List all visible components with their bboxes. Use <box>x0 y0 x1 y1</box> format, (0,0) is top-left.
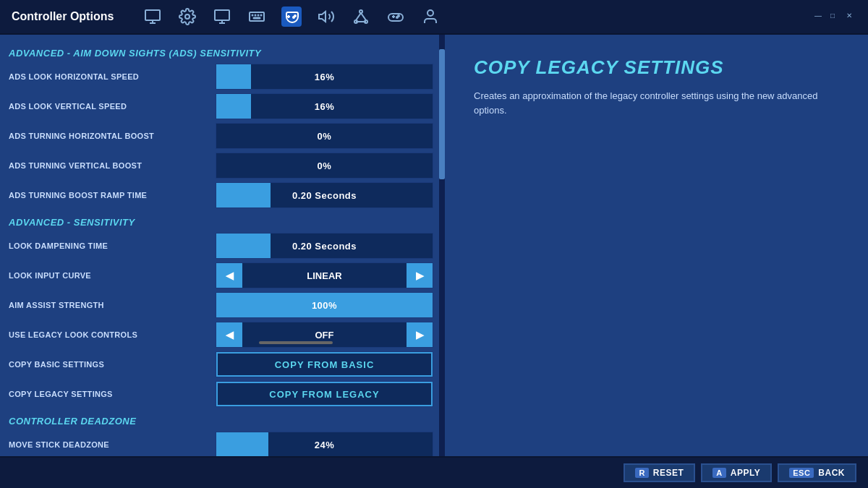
look-input-curve-prev[interactable]: ◀ <box>216 263 242 288</box>
settings-nav-icon[interactable] <box>177 7 197 27</box>
profile-nav-icon[interactable] <box>420 7 441 27</box>
svg-line-18 <box>361 13 366 20</box>
ads-turning-boost-ramp-row: ADS TURNING BOOST RAMP TIME 0.20 Seconds <box>6 181 439 209</box>
back-button[interactable]: ESC BACK <box>778 463 856 482</box>
svg-line-17 <box>356 13 361 20</box>
network-nav-icon[interactable] <box>351 7 371 27</box>
ads-horizontal-speed-row: ADS LOOK HORIZONTAL SPEED 16% <box>6 63 439 90</box>
aim-assist-strength-value: 100% <box>312 300 337 311</box>
move-stick-deadzone-control[interactable]: 24% <box>216 432 433 456</box>
use-legacy-look-indicator <box>259 341 333 344</box>
look-dampening-label: LOOK DAMPENING TIME <box>6 241 216 250</box>
deadzone-section: CONTROLLER DEADZONE MOVE STICK DEADZONE … <box>6 410 439 456</box>
ads-vertical-speed-control[interactable]: 16% <box>216 93 433 119</box>
ads-vertical-speed-label: ADS LOOK VERTICAL SPEED <box>6 102 216 111</box>
reset-button[interactable]: R RESET <box>624 463 695 482</box>
apply-label: APPLY <box>731 468 760 478</box>
look-input-curve-next[interactable]: ▶ <box>407 263 433 288</box>
svg-point-3 <box>185 14 190 19</box>
use-legacy-look-label: USE LEGACY LOOK CONTROLS <box>6 330 216 339</box>
back-label: BACK <box>818 468 845 478</box>
nav-icons <box>142 7 441 27</box>
keyboard-nav-icon[interactable] <box>247 7 267 27</box>
ads-turning-vertical-boost-row: ADS TURNING VERTICAL BOOST 0% <box>6 152 439 179</box>
move-stick-deadzone-value: 24% <box>315 440 335 450</box>
look-dampening-control[interactable]: 0.20 Seconds <box>216 233 433 259</box>
svg-rect-5 <box>250 12 264 21</box>
ads-turning-horizontal-boost-control[interactable]: 0% <box>216 123 433 149</box>
sensitivity-section: ADVANCED - SENSITIVITY LOOK DAMPENING TI… <box>6 211 439 408</box>
copy-legacy-row: COPY LEGACY SETTINGS COPY FROM LEGACY <box>6 380 439 408</box>
copy-basic-control: COPY FROM BASIC <box>216 351 433 377</box>
svg-rect-0 <box>145 10 160 20</box>
use-legacy-look-value: OFF <box>315 330 334 341</box>
use-legacy-look-prev[interactable]: ◀ <box>216 322 242 347</box>
scrollbar-track[interactable] <box>439 35 445 456</box>
copy-legacy-control: COPY FROM LEGACY <box>216 381 433 407</box>
right-panel: COPY LEGACY SETTINGS Creates an approxim… <box>445 35 868 456</box>
aim-assist-strength-row: AIM ASSIST STRENGTH 100% <box>6 291 439 319</box>
use-legacy-look-value-container: OFF <box>242 322 407 347</box>
right-panel-title: COPY LEGACY SETTINGS <box>474 56 846 79</box>
look-input-curve-arrow: ◀ LINEAR ▶ <box>216 263 433 288</box>
ads-horizontal-speed-fill <box>216 64 251 89</box>
ads-turning-horizontal-boost-label: ADS TURNING HORIZONTAL BOOST <box>6 132 216 140</box>
controller-nav-icon[interactable] <box>281 7 302 27</box>
move-stick-deadzone-row: MOVE STICK DEADZONE 24% <box>6 431 439 456</box>
ads-horizontal-speed-value: 16% <box>315 72 335 82</box>
monitor-nav-icon[interactable] <box>142 7 163 27</box>
settings-panel: ADVANCED - AIM DOWN SIGHTS (ADS) SENSITI… <box>0 35 439 456</box>
ads-sensitivity-section: ADVANCED - AIM DOWN SIGHTS (ADS) SENSITI… <box>6 42 439 209</box>
bottom-bar: R RESET A APPLY ESC BACK <box>0 456 868 488</box>
copy-legacy-button[interactable]: COPY FROM LEGACY <box>216 382 433 406</box>
ads-turning-vertical-boost-control[interactable]: 0% <box>216 153 433 179</box>
main-content: ADVANCED - AIM DOWN SIGHTS (ADS) SENSITI… <box>0 35 868 456</box>
ads-turning-boost-ramp-fill <box>216 183 271 207</box>
volume-nav-icon[interactable] <box>316 7 336 27</box>
look-input-curve-control[interactable]: ◀ LINEAR ▶ <box>216 262 433 288</box>
reset-label: RESET <box>653 468 684 478</box>
maximize-btn[interactable]: □ <box>830 12 841 22</box>
gamepad-nav-icon[interactable] <box>386 7 406 27</box>
aim-assist-strength-label: AIM ASSIST STRENGTH <box>6 301 216 309</box>
look-dampening-row: LOOK DAMPENING TIME 0.20 Seconds <box>6 232 439 260</box>
window-controls: — □ ✕ <box>814 12 856 22</box>
display-nav-icon[interactable] <box>212 7 232 27</box>
close-btn[interactable]: ✕ <box>846 12 856 22</box>
ads-turning-vertical-boost-value: 0% <box>318 160 332 171</box>
deadzone-header: CONTROLLER DEADZONE <box>6 410 439 431</box>
ads-horizontal-speed-label: ADS LOOK HORIZONTAL SPEED <box>6 72 216 81</box>
svg-point-24 <box>396 17 398 18</box>
aim-assist-strength-control[interactable]: 100% <box>216 292 433 318</box>
use-legacy-look-row: USE LEGACY LOOK CONTROLS ◀ OFF ▶ <box>6 321 439 348</box>
ads-vertical-speed-row: ADS LOOK VERTICAL SPEED 16% <box>6 93 439 120</box>
apply-key: A <box>712 468 726 478</box>
ads-vertical-speed-value: 16% <box>315 101 335 112</box>
minimize-btn[interactable]: — <box>814 12 825 22</box>
copy-legacy-label: COPY LEGACY SETTINGS <box>6 390 216 398</box>
use-legacy-look-arrow: ◀ OFF ▶ <box>216 322 433 347</box>
use-legacy-look-next[interactable]: ▶ <box>407 322 433 347</box>
look-input-curve-label: LOOK INPUT CURVE <box>6 271 216 280</box>
look-dampening-value: 0.20 Seconds <box>292 241 357 252</box>
scrollbar-thumb[interactable] <box>439 49 445 179</box>
svg-point-25 <box>427 10 433 16</box>
svg-marker-13 <box>319 12 326 22</box>
ads-turning-boost-ramp-label: ADS TURNING BOOST RAMP TIME <box>6 191 216 200</box>
copy-basic-button[interactable]: COPY FROM BASIC <box>216 352 433 377</box>
copy-basic-row: COPY BASIC SETTINGS COPY FROM BASIC <box>6 351 439 378</box>
ads-vertical-speed-fill <box>216 94 251 119</box>
look-dampening-fill <box>216 234 271 258</box>
svg-point-14 <box>359 10 362 13</box>
copy-basic-label: COPY BASIC SETTINGS <box>6 360 216 369</box>
svg-point-12 <box>293 17 294 18</box>
ads-turning-boost-ramp-control[interactable]: 0.20 Seconds <box>216 182 433 208</box>
window-title: Controller Options <box>12 10 114 23</box>
ads-turning-boost-ramp-value: 0.20 Seconds <box>292 190 357 201</box>
move-stick-deadzone-fill <box>216 432 268 456</box>
use-legacy-look-control[interactable]: ◀ OFF ▶ <box>216 322 433 348</box>
apply-button[interactable]: A APPLY <box>701 463 772 482</box>
ads-horizontal-speed-control[interactable]: 16% <box>216 64 433 90</box>
ads-turning-horizontal-boost-value: 0% <box>318 131 332 142</box>
sensitivity-header: ADVANCED - SENSITIVITY <box>6 211 439 232</box>
